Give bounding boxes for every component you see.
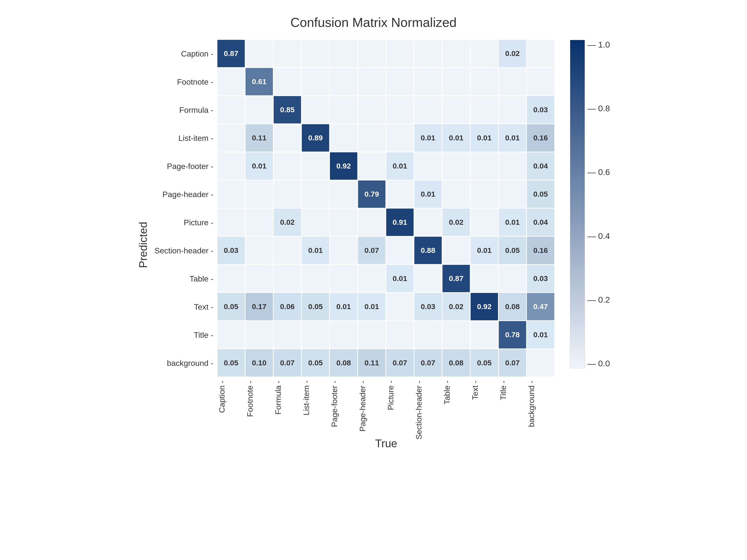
matrix-rows-wrapper: Caption -Footnote -Formula -List-item -P… bbox=[154, 40, 555, 450]
cell-2-6 bbox=[386, 96, 414, 124]
cell-6-0 bbox=[217, 209, 245, 236]
col-label-list-item: List-item - bbox=[302, 378, 330, 433]
cell-4-5 bbox=[358, 152, 385, 180]
cell-4-6: 0.01 bbox=[386, 152, 414, 180]
cell-11-10: 0.07 bbox=[499, 349, 526, 377]
cell-7-0: 0.03 bbox=[217, 237, 245, 264]
cell-5-11: 0.05 bbox=[527, 181, 554, 208]
cell-5-4 bbox=[330, 181, 357, 208]
cell-5-10 bbox=[499, 181, 526, 208]
col-label-page-footer: Page-footer - bbox=[330, 378, 358, 433]
cell-10-6 bbox=[386, 321, 414, 348]
cell-6-1 bbox=[246, 209, 273, 236]
y-axis-label: Predicted bbox=[137, 222, 149, 268]
chart-container: Confusion Matrix Normalized Predicted Ca… bbox=[0, 0, 747, 560]
cell-2-8 bbox=[442, 96, 470, 124]
cell-5-7: 0.01 bbox=[414, 181, 442, 208]
cell-6-4 bbox=[330, 209, 357, 236]
cell-3-8: 0.01 bbox=[442, 124, 470, 152]
cell-9-10: 0.08 bbox=[499, 293, 526, 320]
cell-11-0: 0.05 bbox=[217, 349, 245, 377]
cell-5-3 bbox=[302, 181, 329, 208]
cell-4-3 bbox=[302, 152, 329, 180]
cell-11-11 bbox=[527, 349, 554, 377]
matrix-and-colorbar: Caption -Footnote -Formula -List-item -P… bbox=[154, 40, 610, 450]
main-area: Predicted Caption -Footnote -Formula -Li… bbox=[137, 40, 610, 450]
cell-8-8: 0.87 bbox=[442, 265, 470, 292]
cell-10-3 bbox=[302, 321, 329, 348]
cell-4-7 bbox=[414, 152, 442, 180]
cell-4-1: 0.01 bbox=[246, 152, 273, 180]
cell-4-10 bbox=[499, 152, 526, 180]
colorbar bbox=[570, 40, 585, 368]
cell-6-6: 0.91 bbox=[386, 209, 414, 236]
cell-10-7 bbox=[414, 321, 442, 348]
cell-0-10: 0.02 bbox=[499, 40, 526, 67]
cell-1-6 bbox=[386, 68, 414, 95]
cell-9-4: 0.01 bbox=[330, 293, 357, 320]
cell-8-2 bbox=[274, 265, 301, 292]
cell-0-6 bbox=[386, 40, 414, 67]
cell-2-7 bbox=[414, 96, 442, 124]
x-axis-label: True bbox=[217, 437, 555, 450]
cell-10-1 bbox=[246, 321, 273, 348]
cell-1-0 bbox=[217, 68, 245, 95]
row-label-formula: Formula - bbox=[154, 96, 215, 124]
cell-7-11: 0.16 bbox=[527, 237, 554, 264]
cell-11-6: 0.07 bbox=[386, 349, 414, 377]
cell-11-3: 0.05 bbox=[302, 349, 329, 377]
col-label-section-header: Section-header - bbox=[414, 378, 442, 433]
row-labels: Caption -Footnote -Formula -List-item -P… bbox=[154, 40, 215, 450]
cell-2-5 bbox=[358, 96, 385, 124]
cell-0-9 bbox=[471, 40, 498, 67]
cell-6-11: 0.04 bbox=[527, 209, 554, 236]
colorbar-label: — 0.8 bbox=[587, 104, 610, 113]
matrix-wrapper: Caption -Footnote -Formula -List-item -P… bbox=[154, 40, 555, 450]
col-label-page-header: Page-header - bbox=[358, 378, 386, 433]
cell-1-9 bbox=[471, 68, 498, 95]
cell-8-7 bbox=[414, 265, 442, 292]
cell-3-1: 0.11 bbox=[246, 124, 273, 152]
cell-6-3 bbox=[302, 209, 329, 236]
cell-9-2: 0.06 bbox=[274, 293, 301, 320]
row-label-title: Title - bbox=[154, 321, 215, 349]
cell-3-9: 0.01 bbox=[471, 124, 498, 152]
col-label-formula: Formula - bbox=[274, 378, 302, 433]
cell-1-4 bbox=[330, 68, 357, 95]
cell-5-9 bbox=[471, 181, 498, 208]
col-label-caption: Caption - bbox=[217, 378, 246, 433]
cell-8-1 bbox=[246, 265, 273, 292]
cell-0-5 bbox=[358, 40, 385, 67]
colorbar-labels: — 1.0— 0.8— 0.6— 0.4— 0.2— 0.0 bbox=[587, 40, 610, 368]
chart-title: Confusion Matrix Normalized bbox=[290, 15, 457, 30]
cell-0-0: 0.87 bbox=[217, 40, 245, 67]
cell-2-2: 0.85 bbox=[274, 96, 301, 124]
cell-8-6: 0.01 bbox=[386, 265, 414, 292]
colorbar-label: — 0.0 bbox=[587, 358, 610, 368]
cell-9-11: 0.47 bbox=[527, 293, 554, 320]
cell-2-10 bbox=[499, 96, 526, 124]
cell-6-8: 0.02 bbox=[442, 209, 470, 236]
cell-9-6 bbox=[386, 293, 414, 320]
cell-10-2 bbox=[274, 321, 301, 348]
cell-5-8 bbox=[442, 181, 470, 208]
colorbar-wrapper: — 1.0— 0.8— 0.6— 0.4— 0.2— 0.0 bbox=[570, 40, 610, 368]
cell-7-1 bbox=[246, 237, 273, 264]
colorbar-label: — 0.4 bbox=[587, 231, 610, 241]
cell-3-10: 0.01 bbox=[499, 124, 526, 152]
cell-5-0 bbox=[217, 181, 245, 208]
cell-9-7: 0.03 bbox=[414, 293, 442, 320]
cell-10-9 bbox=[471, 321, 498, 348]
cell-3-3: 0.89 bbox=[302, 124, 329, 152]
col-label-footnote: Footnote - bbox=[246, 378, 274, 433]
cell-2-11: 0.03 bbox=[527, 96, 554, 124]
col-label-picture: Picture - bbox=[386, 378, 414, 433]
cell-2-4 bbox=[330, 96, 357, 124]
cell-10-8 bbox=[442, 321, 470, 348]
cell-2-0 bbox=[217, 96, 245, 124]
cell-1-1: 0.61 bbox=[246, 68, 273, 95]
cell-6-10: 0.01 bbox=[499, 209, 526, 236]
cell-9-0: 0.05 bbox=[217, 293, 245, 320]
cell-0-4 bbox=[330, 40, 357, 67]
cell-0-2 bbox=[274, 40, 301, 67]
